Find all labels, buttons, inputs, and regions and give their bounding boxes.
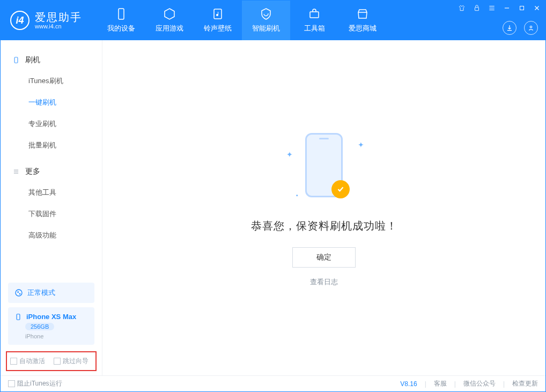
- view-log-link[interactable]: 查看日志: [310, 277, 338, 287]
- sidebar-group-flash: 刷机: [1, 50, 102, 70]
- skip-guide-checkbox[interactable]: 跳过向导: [54, 357, 88, 366]
- sidebar-item-advanced[interactable]: 高级功能: [1, 225, 102, 246]
- sidebar: 刷机 iTunes刷机 一键刷机 专业刷机 批量刷机 更多 其他工具 下载固件 …: [1, 40, 102, 375]
- app-title: 爱思助手: [35, 11, 82, 23]
- nav-label: 爱思商城: [349, 24, 377, 33]
- svg-point-7: [16, 290, 22, 296]
- nav-label: 智能刷机: [252, 24, 280, 33]
- svg-rect-0: [119, 9, 124, 19]
- sidebar-item-download-firmware[interactable]: 下载固件: [1, 203, 102, 225]
- support-link[interactable]: 客服: [434, 379, 447, 388]
- sparkle-icon: ✦: [286, 150, 293, 159]
- store-icon: [356, 8, 369, 20]
- flash-options-row: 自动激活 跳过向导: [6, 351, 97, 371]
- success-illustration: ✦ ✦ •: [270, 129, 378, 204]
- check-badge-icon: [331, 180, 350, 198]
- sidebar-item-itunes-flash[interactable]: iTunes刷机: [1, 70, 102, 92]
- mode-panel[interactable]: 正常模式: [8, 283, 94, 303]
- minimize-button[interactable]: [503, 4, 511, 12]
- sidebar-item-other-tools[interactable]: 其他工具: [1, 182, 102, 203]
- nav-label: 应用游戏: [156, 24, 183, 33]
- nav-label: 工具箱: [304, 24, 325, 33]
- device-icon: [14, 313, 22, 321]
- nav-smart-flash[interactable]: 智能刷机: [242, 1, 290, 40]
- download-button[interactable]: [503, 21, 517, 35]
- sparkle-icon: •: [296, 193, 298, 198]
- device-panel[interactable]: iPhone XS Max 256GB iPhone: [8, 307, 94, 345]
- nav-toolbox[interactable]: 工具箱: [290, 1, 338, 40]
- check-update-link[interactable]: 检查更新: [512, 379, 538, 388]
- device-type: iPhone: [25, 333, 88, 339]
- titlebar-right-actions: [503, 21, 538, 35]
- main-content: ✦ ✦ • 恭喜您，保资料刷机成功啦！ 确定 查看日志: [102, 40, 545, 375]
- sidebar-item-pro-flash[interactable]: 专业刷机: [1, 113, 102, 135]
- svg-point-8: [17, 291, 19, 293]
- list-icon: [12, 168, 20, 175]
- mode-icon: [14, 289, 23, 297]
- music-note-icon: [211, 8, 224, 20]
- nav-ringtone-wallpaper[interactable]: 铃声壁纸: [194, 1, 242, 40]
- top-nav: 我的设备 应用游戏 铃声壁纸 智能刷机 工具箱 爱思商城: [97, 1, 387, 40]
- mode-label: 正常模式: [27, 288, 55, 298]
- sidebar-group-label: 更多: [25, 167, 40, 176]
- svg-point-9: [19, 293, 21, 295]
- success-message: 恭喜您，保资料刷机成功啦！: [251, 219, 397, 233]
- phone-icon: [115, 8, 128, 20]
- statusbar: 阻止iTunes运行 V8.16 | 客服 | 微信公众号 | 检查更新: [1, 375, 545, 391]
- device-storage: 256GB: [25, 323, 54, 330]
- svg-rect-3: [475, 8, 479, 11]
- nav-apps-games[interactable]: 应用游戏: [145, 1, 194, 40]
- nav-label: 铃声壁纸: [204, 24, 232, 33]
- shield-refresh-icon: [260, 8, 272, 20]
- account-button[interactable]: [524, 21, 538, 35]
- sidebar-group-label: 刷机: [25, 55, 40, 65]
- sparkle-icon: ✦: [358, 140, 364, 149]
- app-logo[interactable]: i4 爱思助手 www.i4.cn: [1, 11, 92, 30]
- auto-activate-checkbox[interactable]: 自动激活: [10, 357, 45, 366]
- ok-button[interactable]: 确定: [292, 247, 356, 268]
- app-subtitle: www.i4.cn: [35, 23, 82, 29]
- phone-outline-icon: [12, 56, 20, 64]
- lock-icon[interactable]: [473, 4, 481, 12]
- nav-label: 我的设备: [107, 24, 135, 33]
- cube-icon: [163, 8, 176, 20]
- device-name: iPhone XS Max: [26, 313, 76, 321]
- sidebar-item-batch-flash[interactable]: 批量刷机: [1, 135, 102, 156]
- sidebar-item-oneclick-flash[interactable]: 一键刷机: [1, 92, 102, 113]
- window-controls: [458, 4, 541, 12]
- svg-rect-6: [14, 57, 18, 63]
- wechat-link[interactable]: 微信公众号: [463, 379, 496, 388]
- titlebar: i4 爱思助手 www.i4.cn 我的设备 应用游戏 铃声壁纸 智能刷机 工具…: [1, 1, 545, 40]
- svg-rect-2: [310, 12, 319, 18]
- version-label: V8.16: [400, 380, 417, 388]
- svg-rect-4: [520, 6, 524, 10]
- maximize-button[interactable]: [518, 4, 526, 12]
- svg-point-5: [530, 26, 532, 28]
- menu-icon[interactable]: [488, 4, 496, 12]
- nav-store[interactable]: 爱思商城: [338, 1, 387, 40]
- sidebar-group-more: 更多: [1, 161, 102, 182]
- close-button[interactable]: [533, 4, 541, 12]
- shirt-icon[interactable]: [458, 4, 466, 12]
- block-itunes-checkbox[interactable]: 阻止iTunes运行: [8, 379, 62, 388]
- svg-rect-10: [17, 314, 20, 320]
- nav-my-device[interactable]: 我的设备: [97, 1, 145, 40]
- toolbox-icon: [308, 8, 321, 20]
- logo-icon: i4: [10, 11, 29, 30]
